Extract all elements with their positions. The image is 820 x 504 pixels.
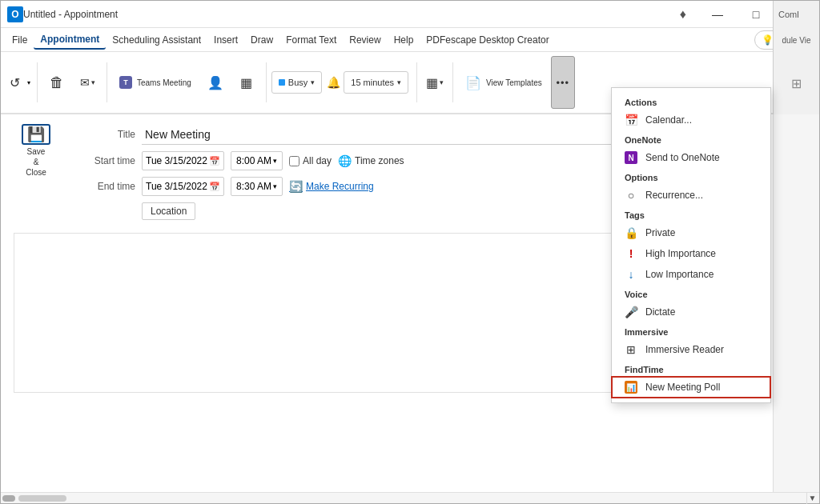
start-time-dropdown[interactable]: 8:00 AM ▾ [231,151,283,170]
reminder-area: 🔔 15 minutes ▾ [324,71,412,94]
scroll-bar[interactable]: ▼ [1,492,819,503]
high-importance-icon: ! [625,247,637,260]
reminder-dropdown[interactable]: 15 minutes ▾ [344,71,408,94]
more-button[interactable]: ••• [551,56,575,109]
section-tags: Tags [612,206,770,222]
email-dropdown-arrow: ▾ [91,78,95,86]
reminder-label: 15 minutes [351,78,394,87]
busy-label: Busy [288,78,308,87]
ribbon-right-panel: ⊞ [773,52,819,114]
scroll-left-btn[interactable] [2,495,15,502]
save-close-button[interactable]: 💾 Save&Close [14,124,58,177]
separator-3 [266,62,267,102]
busy-dropdown[interactable]: Busy ▾ [271,71,322,94]
menu-format-text[interactable]: Format Text [279,31,343,49]
scroll-thumb[interactable] [18,495,66,502]
start-label: Start time [71,155,135,166]
recurring-icon: 🔄 [289,180,303,193]
microphone-icon: 🎤 [625,306,637,318]
calendar-menu-icon: 📅 [625,114,637,126]
maximize-button[interactable]: □ [738,1,774,28]
end-date-input[interactable]: Tue 3/15/2022 📅 [142,177,224,196]
undo-dropdown-button[interactable]: ▾ [26,72,32,93]
delete-button[interactable]: 🗑 [42,56,71,109]
teams-meeting-label: Teams Meeting [137,78,191,87]
menu-review[interactable]: Review [343,31,387,49]
end-time-arrow: ▾ [273,182,277,190]
ribbon-expand-icon[interactable]: ⊞ [791,76,802,91]
main-window: O Untitled - Appointment ♦ — □ ✕ Coml Fi… [0,0,820,504]
attendees-icon: 👤 [207,75,223,90]
section-findtime: FindTime [612,360,770,377]
right-peek: Coml [773,1,819,28]
color-dropdown-arrow: ▾ [440,78,444,86]
menu-item-send-onenote[interactable]: N Send to OneNote [612,147,770,168]
location-button[interactable]: Location [142,202,195,220]
minimize-button[interactable]: — [699,1,736,28]
lock-icon: 🔒 [625,226,637,239]
teams-icon: T [119,76,132,89]
start-time-value: 8:00 AM [236,155,271,166]
menu-pdfescape[interactable]: PDFescape Desktop Creator [420,31,555,49]
menu-scheduling[interactable]: Scheduling Assistant [106,31,207,49]
end-time-dropdown[interactable]: 8:30 AM ▾ [231,177,283,196]
email-icon: ✉ [80,77,90,88]
attendees-button[interactable]: 👤 [200,68,231,97]
separator-5 [452,62,453,102]
all-day-checkbox[interactable] [289,156,299,166]
menu-bar: File Appointment Scheduling Assistant In… [1,28,819,52]
start-date-input[interactable]: Tue 3/15/2022 📅 [142,151,224,170]
menu-item-immersive-reader[interactable]: ⊞ Immersive Reader [612,339,770,360]
menu-appointment[interactable]: Appointment [34,30,106,50]
diamond-icon: ♦ [680,7,686,22]
separator-1 [37,62,38,102]
menu-draw[interactable]: Draw [244,31,279,49]
right-side-panel [773,114,819,492]
color-icon: ▦ [426,75,438,90]
section-onenote: OneNote [612,130,770,147]
color-button[interactable]: ▦ ▾ [422,71,448,94]
section-actions: Actions [612,93,770,110]
menu-item-high-importance[interactable]: ! High Importance [612,243,770,264]
end-calendar-icon: 📅 [209,182,220,192]
all-day-label[interactable]: All day [289,155,332,166]
module-view-label: dule Vie [773,28,819,52]
email-button[interactable]: ✉ ▾ [73,71,102,94]
busy-dropdown-arrow: ▾ [311,78,315,86]
calendar-view-button[interactable]: ▦ [232,68,261,97]
globe-icon: 🌐 [338,154,352,167]
undo-button[interactable]: ↺ [6,72,24,93]
reminder-dropdown-arrow: ▾ [397,78,401,86]
time-zones-link[interactable]: 🌐 Time zones [338,154,404,167]
delete-icon: 🗑 [50,75,64,90]
onenote-icon: N [625,151,637,164]
calendar-icon: 📅 [209,156,220,166]
window-title: Untitled - Appointment [23,9,680,20]
teams-meeting-button[interactable]: T Teams Meeting [112,68,199,97]
view-templates-button[interactable]: 📄 View Templates [458,68,549,97]
section-voice: Voice [612,285,770,302]
menu-item-private[interactable]: 🔒 Private [612,222,770,243]
title-label: Title [71,129,135,140]
calendar-view-icon: ▦ [240,75,252,90]
bell-icon: 🔔 [327,76,340,89]
menu-item-low-importance[interactable]: ↓ Low Importance [612,264,770,285]
section-immersive: Immersive [612,322,770,339]
menu-item-dictate[interactable]: 🎤 Dictate [612,302,770,322]
start-date-value: Tue 3/15/2022 [146,155,207,166]
end-time-value: 8:30 AM [236,181,271,192]
menu-item-new-meeting-poll[interactable]: 📊 New Meeting Poll [612,377,770,398]
menu-insert[interactable]: Insert [207,31,244,49]
lightbulb-icon: 💡 [762,34,774,46]
menu-item-calendar[interactable]: 📅 Calendar... [612,110,770,130]
save-close-icon: 💾 [22,124,50,145]
make-recurring-button[interactable]: 🔄 Make Recurring [289,180,374,193]
save-close-label: Save&Close [26,146,46,178]
low-importance-icon: ↓ [625,268,637,281]
menu-help[interactable]: Help [388,31,420,49]
immersive-reader-icon: ⊞ [625,343,637,356]
menu-file[interactable]: File [6,31,34,49]
menu-item-recurrence[interactable]: ○ Recurrence... [612,185,770,206]
scroll-down-arrow[interactable]: ▼ [806,493,818,504]
end-label: End time [71,181,135,192]
